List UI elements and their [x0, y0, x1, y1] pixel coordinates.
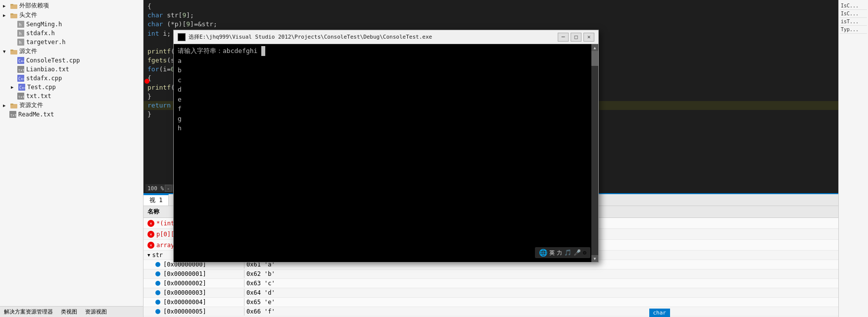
code-line: char (*p)[9]=&str;	[144, 20, 838, 29]
tree-item-sengming[interactable]: hSengMing.h	[0, 20, 143, 29]
console-output-line: a	[178, 56, 587, 66]
console-content[interactable]: 请输入字符串：abcdefghi abcdefgh	[174, 44, 591, 262]
tree-icon-stdafx-cpp: C++	[17, 74, 25, 82]
svg-rect-3	[10, 13, 13, 15]
tree-label-headers: 头文件	[19, 11, 37, 19]
watch-row[interactable]: [0x00000004]0x65 'e'	[144, 298, 838, 307]
tree-item-external-deps[interactable]: ▶外部依赖项	[0, 1, 143, 10]
tree-icon-sengming: h	[17, 20, 25, 28]
console-window: 选择E:\jhq999\Visual Studio 2012\Projects\…	[173, 30, 599, 263]
tree-icon-external-deps	[10, 2, 18, 10]
tree-label-targetver: targetver.h	[26, 39, 65, 46]
tree-item-readme[interactable]: txtReadMe.txt	[0, 110, 143, 119]
watch-dot	[155, 309, 160, 314]
code-line: {	[144, 2, 838, 11]
tree-icon-stdafx-h: h	[17, 29, 25, 37]
console-scroll-up[interactable]: ▲	[591, 44, 598, 51]
watch-row-name: [0x00000002]	[163, 280, 206, 287]
svg-text:h: h	[19, 31, 21, 36]
tree-label-source-files: 源文件	[19, 47, 37, 55]
solution-explorer-tree: ▶外部依赖项▶头文件hSengMing.hhstdafx.hhtargetver…	[0, 0, 143, 306]
watch-row[interactable]: [0x00000005]0x66 'f'	[144, 307, 838, 317]
tree-icon-txt-txt: txt	[17, 92, 25, 100]
tree-item-lianbiao[interactable]: txtLianbiao.txt	[0, 65, 143, 74]
watch-dot	[155, 271, 160, 276]
error-icon: ✕	[147, 231, 154, 238]
taskbar-icon-4: 🎵	[564, 249, 572, 256]
tree-icon-test-cpp: C++	[18, 83, 26, 91]
code-line: char str[9];	[144, 11, 838, 20]
tree-icon-consoletest-cpp: C++	[17, 56, 25, 64]
breakpoint-indicator	[145, 79, 149, 84]
console-prompt: 请输入字符串：abcdefghi	[178, 46, 587, 56]
taskbar-icon-5: 🎤	[574, 249, 581, 256]
tree-label-sengming: SengMing.h	[26, 21, 62, 28]
tree-item-consoletest-cpp[interactable]: C++ConsoleTest.cpp	[0, 56, 143, 65]
tree-item-test-cpp[interactable]: ▶C++Test.cpp	[0, 83, 143, 92]
console-output-line: h	[178, 123, 587, 133]
console-scroll-down[interactable]: ▼	[591, 255, 598, 262]
watch-row-value: 0x62 'b'	[244, 270, 836, 278]
console-scroll-track	[591, 51, 598, 255]
svg-text:h: h	[19, 22, 21, 27]
tree-arrow-resource-files[interactable]: ▶	[3, 103, 9, 108]
console-output-line: d	[178, 85, 587, 95]
watch-expand-arrow[interactable]: ▼	[147, 253, 150, 258]
zoom-minus-button[interactable]: -	[165, 185, 172, 192]
tree-item-txt-txt[interactable]: txttxt.txt	[0, 92, 143, 101]
tree-label-readme: ReadMe.txt	[18, 111, 54, 118]
svg-text:txt: txt	[18, 95, 24, 99]
watch-dot	[155, 262, 160, 267]
tree-arrow-external-deps[interactable]: ▶	[3, 3, 9, 8]
console-maximize-button[interactable]: □	[571, 33, 581, 42]
watch-row-value: 0x64 'd'	[244, 289, 836, 297]
solution-explorer-footer: 解决方案资源管理器 类视图 资源视图	[0, 306, 143, 317]
watch-dot	[155, 300, 160, 305]
watch-row-name: [0x00000004]	[163, 299, 206, 306]
tree-icon-resource-files	[10, 102, 18, 109]
tree-icon-readme: txt	[9, 110, 17, 118]
svg-text:C++: C++	[19, 86, 25, 90]
tree-item-stdafx-cpp[interactable]: C++stdafx.cpp	[0, 74, 143, 83]
tree-item-headers[interactable]: ▶头文件	[0, 10, 143, 20]
right-panel: IsC...IsC...isT...Typ...	[838, 0, 868, 317]
tree-item-targetver[interactable]: htargetver.h	[0, 38, 143, 47]
tree-icon-source-files	[10, 48, 18, 55]
tree-label-resource-files: 资源文件	[19, 101, 43, 109]
svg-rect-1	[10, 4, 13, 5]
taskbar-icons: 🌐 英 力 🎵 🎤 ⚙	[535, 247, 590, 258]
tree-arrow-source-files[interactable]: ▼	[3, 49, 9, 54]
console-output-line: c	[178, 75, 587, 85]
tree-arrow-headers[interactable]: ▶	[3, 13, 9, 18]
tree-item-source-files[interactable]: ▼源文件	[0, 47, 143, 56]
watch-row[interactable]: [0x00000002]0x63 'c'	[144, 279, 838, 288]
se-tab-class[interactable]: 类视图	[59, 308, 79, 316]
svg-text:C++: C++	[18, 77, 24, 81]
console-close-button[interactable]: ✕	[583, 33, 594, 42]
watch-row-name: str	[152, 252, 163, 259]
se-tab-solution[interactable]: 解决方案资源管理器	[2, 308, 55, 316]
tree-item-stdafx-h[interactable]: hstdafx.h	[0, 29, 143, 38]
tree-icon-targetver: h	[17, 38, 25, 46]
console-minimize-button[interactable]: ─	[558, 33, 569, 42]
console-scroll-thumb[interactable]	[591, 51, 598, 66]
right-panel-item: Typ...	[840, 26, 867, 34]
watch-row[interactable]: [0x00000003]0x64 'd'	[144, 288, 838, 298]
console-title-text: 选择E:\jhq999\Visual Studio 2012\Projects\…	[189, 33, 432, 41]
watch-row[interactable]: [0x00000001]0x62 'b'	[144, 269, 838, 279]
tree-arrow-test-cpp[interactable]: ▶	[11, 85, 17, 90]
se-tab-resource[interactable]: 资源视图	[83, 308, 109, 316]
tree-label-lianbiao: Lianbiao.txt	[26, 66, 69, 73]
watch-row-value: 0x66 'f'	[244, 308, 836, 316]
tree-label-external-deps: 外部依赖项	[19, 1, 49, 10]
taskbar-icon-2: 英	[549, 249, 555, 257]
watch-tab-1[interactable]: 视 1	[144, 194, 169, 206]
console-output-line: f	[178, 104, 587, 114]
svg-rect-11	[10, 50, 13, 51]
console-buttons: ─ □ ✕	[558, 33, 594, 42]
watch-row-value: 0x63 'c'	[244, 279, 836, 287]
tree-item-resource-files[interactable]: ▶资源文件	[0, 101, 143, 110]
svg-text:txt: txt	[10, 113, 16, 117]
error-icon: ✕	[147, 220, 154, 227]
right-panel-item: isT...	[840, 18, 867, 26]
